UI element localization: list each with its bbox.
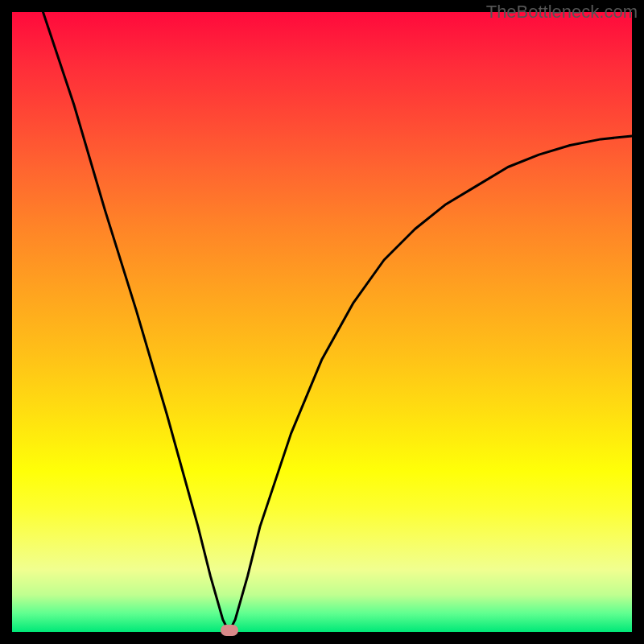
optimal-marker <box>221 625 238 636</box>
watermark-text: TheBottleneck.com <box>486 2 638 23</box>
bottleneck-curve <box>12 12 632 632</box>
